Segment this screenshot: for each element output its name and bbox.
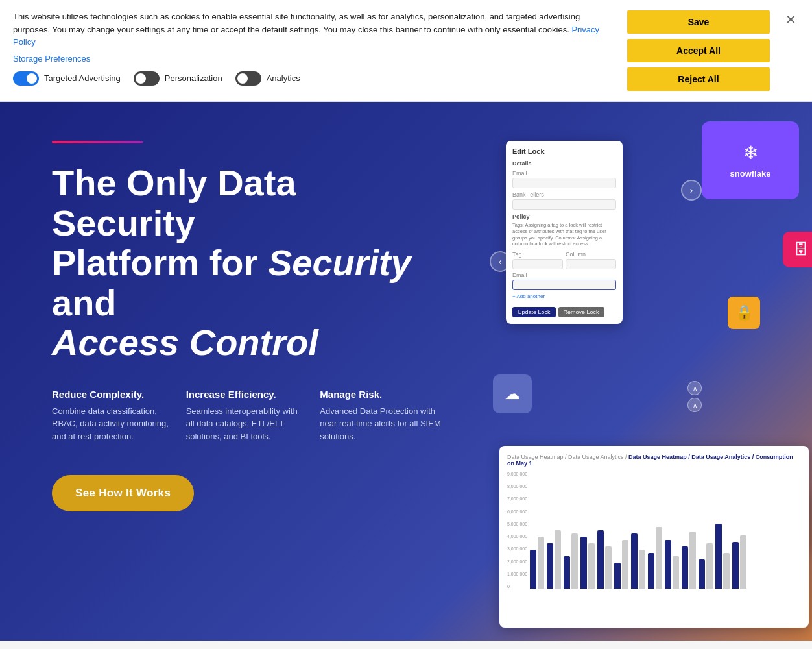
bar-group-2: [547, 530, 561, 589]
y-axis: 9,000,000 8,000,000 7,000,000 6,000,000 …: [507, 472, 527, 589]
bar-blue: [631, 533, 638, 589]
bar-gray: [639, 550, 645, 589]
analytics-breadcrumb: Data Usage Heatmap / Data Usage Analytic…: [507, 454, 801, 467]
add-another-link[interactable]: + Add another: [512, 293, 616, 299]
bar-group-7: [631, 533, 645, 589]
bar-blue: [530, 550, 536, 589]
see-how-it-works-button[interactable]: See How It Works: [52, 475, 194, 511]
bar-blue: [547, 543, 553, 589]
bar-group-11: [699, 543, 713, 589]
column-label: Column: [566, 251, 616, 258]
bank-tellers-input-visual: [512, 199, 616, 210]
bar-group-5: [597, 530, 612, 589]
cookie-banner: This website utilizes technologies such …: [0, 0, 812, 102]
logos-section: 🌿 Horo P Λ ||| DDD plante moran: [0, 641, 812, 649]
bar-gray: [723, 553, 730, 589]
analytics-toggle[interactable]: [235, 71, 261, 86]
bar-blue: [665, 540, 671, 589]
personalization-label: Personalization: [165, 73, 222, 83]
feature-reduce-complexity: Reduce Complexity. Combine data classifi…: [52, 389, 173, 443]
scroll-down-button[interactable]: ∧: [687, 398, 702, 412]
column-input-visual: [566, 259, 616, 269]
targeted-advertising-label: Targeted Advertising: [44, 73, 121, 83]
tag-selector: Tag: [512, 251, 563, 269]
lock-icon-card: 🔒: [728, 297, 760, 329]
bar-group-3: [564, 533, 578, 589]
bar-group-6: [614, 540, 628, 589]
email-label: Email: [512, 170, 616, 177]
hero-left: The Only Data Security Platform for Secu…: [0, 102, 493, 550]
bar-gray: [555, 530, 561, 589]
bar-blue: [732, 542, 739, 589]
privacy-policy-link[interactable]: Privacy Policy: [13, 25, 599, 47]
scroll-up-button[interactable]: ∧: [687, 381, 702, 395]
chart-area: 9,000,000 8,000,000 7,000,000 6,000,000 …: [507, 472, 801, 602]
email-input-visual: [512, 178, 616, 188]
feature-1-heading: Reduce Complexity.: [52, 389, 173, 400]
snowflake-label: snowflake: [730, 169, 771, 178]
bar-blue: [614, 563, 621, 589]
bar-gray: [571, 533, 578, 589]
bar-blue: [580, 537, 587, 589]
hero-features-grid: Reduce Complexity. Combine data classifi…: [52, 389, 441, 443]
tag-input-visual: [512, 259, 563, 269]
bar-chart: [530, 472, 746, 602]
personalization-toggle[interactable]: [134, 71, 160, 86]
policy-section-label: Policy: [512, 214, 616, 220]
nav-arrow-prev[interactable]: ‹: [490, 251, 510, 272]
snowflake-icon: ❄: [743, 142, 758, 164]
details-label: Details: [512, 160, 616, 167]
add-row-label: Email: [512, 272, 616, 278]
feature-3-body: Advanced Data Protection with near real-…: [320, 405, 441, 443]
bar-group-13: [732, 535, 746, 589]
toggle-analytics: Analytics: [235, 71, 300, 86]
bar-blue: [699, 559, 705, 589]
column-selector: Column: [566, 251, 616, 269]
bar-blue: [597, 530, 604, 589]
nav-arrow-next[interactable]: ›: [681, 180, 702, 201]
reject-all-button[interactable]: Reject All: [627, 67, 770, 91]
bar-group-4: [580, 537, 595, 589]
add-row-input-visual: [512, 280, 616, 290]
bar-gray: [706, 543, 713, 589]
bar-blue: [682, 546, 688, 589]
hero-accent-line: [52, 141, 143, 143]
accept-all-button[interactable]: Accept All: [627, 39, 770, 62]
bar-group-12: [715, 524, 730, 589]
bar-gray: [588, 543, 595, 589]
bank-tellers-row: Bank Tellers: [512, 191, 616, 210]
toggle-personalization: Personalization: [134, 71, 222, 86]
targeted-advertising-toggle[interactable]: [13, 71, 39, 86]
tag-label: Tag: [512, 251, 563, 258]
bar-blue: [648, 553, 654, 589]
toggles-row: Targeted Advertising Personalization Ana…: [13, 71, 614, 86]
bank-tellers-label: Bank Tellers: [512, 191, 616, 198]
feature-2-heading: Increase Efficiency.: [186, 389, 307, 400]
bar-blue: [564, 556, 570, 589]
bar-gray: [605, 546, 612, 589]
scroll-arrows: ∧ ∧: [687, 381, 702, 412]
cookie-message: This website utilizes technologies such …: [13, 10, 614, 49]
bar-gray: [656, 527, 662, 589]
database-icon-card: 🗄: [783, 232, 812, 267]
cookie-buttons: Save Accept All Reject All: [627, 10, 770, 91]
feature-1-body: Combine data classification, RBAC, data …: [52, 405, 173, 443]
hero-section: The Only Data Security Platform for Secu…: [0, 102, 812, 641]
feature-3-heading: Manage Risk.: [320, 389, 441, 400]
close-banner-button[interactable]: ✕: [783, 10, 799, 29]
analytics-card: Data Usage Heatmap / Data Usage Analytic…: [499, 446, 809, 628]
cloud-icon-card: ☁: [493, 374, 532, 413]
hero-right-visuals: ❄ snowflake › Edit Lock Details Email Ba…: [493, 102, 812, 641]
hero-title: The Only Data Security Platform for Secu…: [52, 163, 441, 363]
storage-preferences-link[interactable]: Storage Preferences: [13, 54, 614, 64]
add-row-field-row: Email: [512, 272, 616, 290]
edit-lock-title: Edit Lock: [512, 147, 616, 155]
bar-gray: [538, 537, 544, 589]
update-lock-button[interactable]: Update Lock: [512, 307, 556, 317]
bar-group-8: [648, 527, 662, 589]
edit-lock-card: Edit Lock Details Email Bank Tellers Pol…: [506, 141, 623, 324]
analytics-label: Analytics: [267, 73, 300, 83]
bar-gray: [689, 532, 696, 589]
remove-lock-button[interactable]: Remove Lock: [558, 307, 604, 317]
save-button[interactable]: Save: [627, 10, 770, 34]
